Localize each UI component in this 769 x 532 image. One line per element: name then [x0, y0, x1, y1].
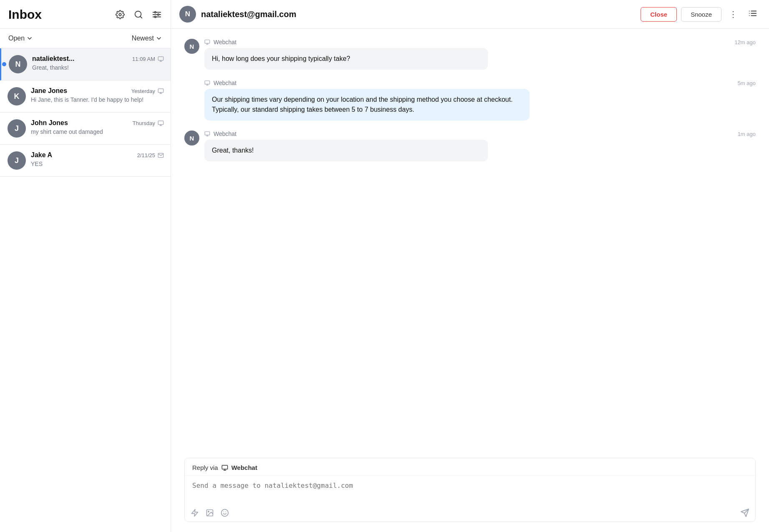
conv-preview: Great, thanks!: [32, 64, 149, 71]
msg-bubble-wrap: Our shipping times vary depending on you…: [204, 89, 756, 120]
list-icon: [748, 9, 757, 18]
webchat-icon: [204, 80, 210, 86]
left-header: Inbox: [0, 0, 171, 29]
lightning-icon: [191, 509, 199, 517]
chevron-down-icon: [26, 35, 33, 42]
close-button[interactable]: Close: [641, 7, 677, 22]
msg-bubble: Great, thanks!: [204, 140, 488, 161]
conv-content: Jake A 2/11/25 YES: [31, 151, 164, 167]
ellipsis-vertical-icon: ⋮: [729, 10, 737, 19]
left-panel: Inbox: [0, 0, 171, 532]
conv-top: Jane Jones Yesterday: [31, 87, 164, 95]
msg-header: Webchat 12m ago: [204, 39, 756, 45]
header-action-btns: Close Snooze ⋮: [641, 7, 761, 22]
conv-preview: YES: [31, 161, 148, 167]
gear-icon: [116, 10, 125, 19]
list-item[interactable]: J Jake A 2/11/25 YES: [0, 145, 171, 177]
svg-rect-33: [205, 132, 210, 135]
list-item[interactable]: N nataliektest... 11:09 AM Great, thanks…: [0, 48, 171, 80]
conversation-list: N nataliektest... 11:09 AM Great, thanks…: [0, 48, 171, 532]
avatar: K: [8, 87, 26, 105]
channel-icon: [158, 88, 164, 94]
msg-content: Webchat 12m ago Hi, how long does your s…: [204, 39, 756, 70]
msg-bubble-blue: Our shipping times vary depending on you…: [204, 89, 530, 120]
msg-time: 1m ago: [738, 131, 756, 137]
msg-time: 12m ago: [734, 39, 756, 45]
send-button[interactable]: [740, 508, 749, 517]
avatar: J: [8, 151, 26, 170]
sort-filter[interactable]: Newest: [132, 35, 162, 42]
avatar: N: [9, 55, 27, 73]
msg-avatar: N: [184, 39, 199, 54]
conv-name: nataliektest...: [32, 55, 74, 63]
svg-rect-18: [158, 120, 163, 124]
list-view-button[interactable]: [745, 7, 761, 22]
reply-textarea[interactable]: [185, 476, 755, 503]
inbox-title: Inbox: [8, 8, 42, 22]
search-button[interactable]: [133, 9, 144, 20]
conv-preview: my shirt came out damaged: [31, 128, 148, 135]
webchat-icon: [204, 39, 210, 45]
quick-reply-button[interactable]: [191, 509, 199, 517]
msg-channel: Webchat: [214, 130, 236, 137]
svg-rect-30: [205, 81, 210, 84]
unread-indicator: [2, 62, 6, 66]
msg-header: Webchat 5m ago: [204, 80, 756, 86]
avatar: J: [8, 119, 26, 138]
message-group: N Webchat 12m ago Hi, how long does your…: [184, 39, 756, 70]
conv-time-wrap: 11:09 AM: [132, 56, 164, 62]
filter-button[interactable]: [151, 9, 162, 20]
conv-time: Thursday: [133, 120, 155, 126]
msg-content: Webchat 5m ago Our shipping times vary d…: [204, 80, 756, 120]
chevron-down-icon-2: [156, 35, 162, 42]
conv-name: Jake A: [31, 151, 52, 159]
svg-rect-15: [158, 88, 163, 92]
conv-top: John Jones Thursday: [31, 119, 164, 127]
contact-email: nataliektest@gmail.com: [201, 10, 636, 19]
filter-row: Open Newest: [0, 29, 171, 48]
right-panel: N nataliektest@gmail.com Close Snooze ⋮: [171, 0, 769, 532]
conv-content: Jane Jones Yesterday Hi Jane, this is Ta…: [31, 87, 164, 103]
conv-preview: Hi Jane, this is Tanner. I'd be happy to…: [31, 96, 148, 103]
conv-name: Jane Jones: [31, 87, 67, 95]
right-header: N nataliektest@gmail.com Close Snooze ⋮: [171, 0, 769, 29]
msg-time: 5m ago: [738, 80, 756, 86]
list-item[interactable]: K Jane Jones Yesterday Hi Jane, this is …: [0, 80, 171, 113]
svg-rect-12: [158, 56, 163, 60]
snooze-button[interactable]: Snooze: [681, 7, 721, 22]
channel-icon: [158, 120, 164, 126]
message-group: Webchat 5m ago Our shipping times vary d…: [204, 80, 756, 120]
settings-button[interactable]: [115, 9, 126, 20]
reply-via-label: Reply via Webchat: [185, 458, 755, 476]
conv-content: John Jones Thursday my shirt came out da…: [31, 119, 164, 135]
messages-area: N Webchat 12m ago Hi, how long does your…: [171, 29, 769, 451]
image-icon: [206, 509, 214, 517]
svg-point-0: [119, 13, 121, 16]
svg-marker-39: [192, 509, 198, 517]
conv-time-wrap: 2/11/25: [137, 152, 164, 158]
attach-image-button[interactable]: [206, 509, 214, 517]
conv-time: Yesterday: [131, 88, 155, 94]
reply-channel-name: Webchat: [231, 464, 257, 471]
msg-bubble-wrap: Great, thanks!: [204, 140, 756, 161]
channel-icon-email: [158, 152, 164, 158]
emoji-icon: [221, 509, 229, 517]
emoji-button[interactable]: [221, 509, 229, 517]
msg-content: Webchat 1m ago Great, thanks!: [204, 130, 756, 161]
conv-top: nataliektest... 11:09 AM: [32, 55, 164, 63]
list-item[interactable]: J John Jones Thursday my shirt came out …: [0, 113, 171, 145]
msg-header: Webchat 1m ago: [204, 130, 756, 137]
webchat-icon: [204, 131, 210, 137]
left-header-icons: [115, 9, 162, 20]
msg-channel: Webchat: [214, 39, 236, 45]
right-header-avatar: N: [179, 6, 196, 23]
webchat-reply-icon: [221, 464, 228, 471]
more-options-button[interactable]: ⋮: [726, 8, 741, 21]
reply-box: Reply via Webchat: [184, 458, 756, 522]
filter-icon: [152, 10, 161, 19]
channel-icon: [158, 56, 164, 62]
svg-line-2: [140, 16, 142, 18]
status-filter[interactable]: Open: [8, 35, 33, 42]
msg-channel: Webchat: [214, 80, 236, 86]
search-icon: [134, 10, 143, 19]
